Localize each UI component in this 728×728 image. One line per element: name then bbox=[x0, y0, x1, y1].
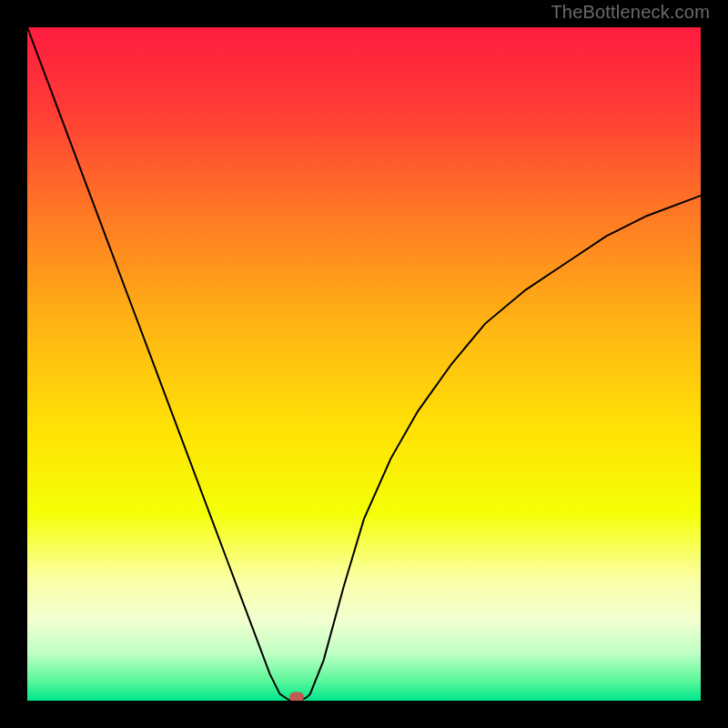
bottleneck-curve bbox=[27, 27, 701, 701]
watermark-text: TheBottleneck.com bbox=[551, 2, 710, 23]
plot-area bbox=[27, 27, 701, 701]
optimal-marker bbox=[289, 693, 304, 701]
chart-frame: TheBottleneck.com bbox=[0, 0, 728, 728]
curve-layer bbox=[27, 27, 701, 701]
